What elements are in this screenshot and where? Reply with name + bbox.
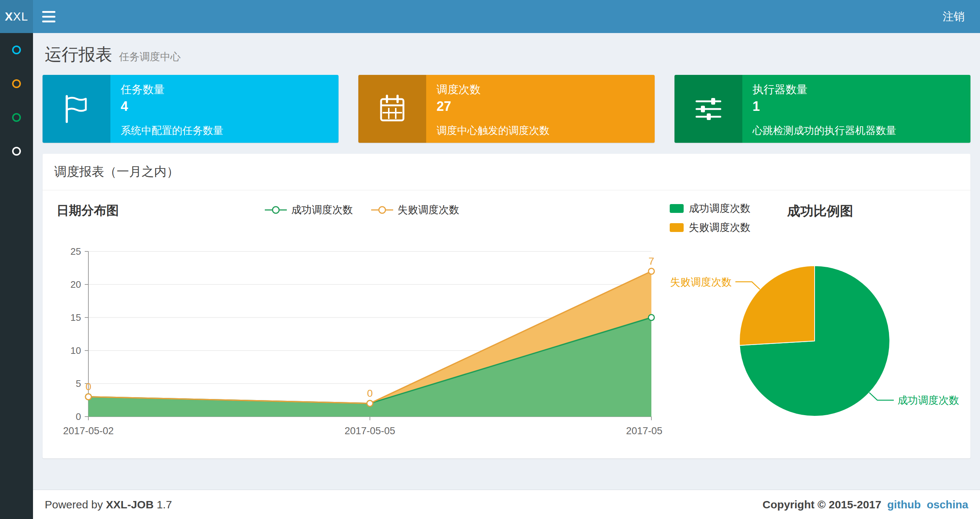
- pie-slice-label: 成功调度次数: [897, 394, 959, 406]
- powered-by: Powered by XXL-JOB 1.7: [45, 498, 172, 511]
- version: 1.7: [157, 498, 172, 511]
- sidebar-item-help[interactable]: [0, 134, 33, 168]
- pie-chart-canvas: 成功调度次数失败调度次数: [670, 235, 959, 440]
- legend-item-success[interactable]: 成功调度次数: [264, 203, 353, 217]
- success-data-point[interactable]: [648, 315, 654, 321]
- fail-point-label: 0: [86, 381, 91, 392]
- info-box-content: 任务数量 4 系统中配置的任务数量: [110, 75, 339, 143]
- circle-outline-icon: [12, 79, 21, 88]
- fail-data-point[interactable]: [86, 394, 91, 400]
- legend-label: 成功调度次数: [291, 203, 353, 217]
- y-tick-label: 5: [76, 378, 81, 389]
- y-tick-label: 20: [70, 279, 81, 290]
- legend-item-fail[interactable]: 失败调度次数: [670, 220, 750, 235]
- fail-data-point[interactable]: [648, 268, 654, 274]
- fail-point-label: 0: [367, 388, 373, 399]
- line-legend-marker: [264, 205, 288, 215]
- info-box-label: 任务数量: [121, 82, 328, 97]
- pie-chart-legend: 成功调度次数 失败调度次数: [670, 201, 750, 235]
- page-title: 运行报表: [45, 45, 112, 64]
- sidebar: [0, 33, 33, 519]
- info-box-description: 心跳检测成功的执行器机器数量: [752, 124, 960, 137]
- info-box-content: 执行器数量 1 心跳检测成功的执行器机器数量: [742, 75, 970, 143]
- y-tick-label: 25: [70, 246, 81, 257]
- info-box-description: 调度中心触发的调度次数: [436, 124, 644, 137]
- fail-data-point[interactable]: [367, 401, 373, 406]
- fail-point-label: 7: [648, 256, 654, 267]
- y-tick-label: 15: [70, 312, 81, 323]
- panel-title: 调度报表（一月之内）: [43, 154, 970, 190]
- main-content: 运行报表 任务调度中心 任务数量 4 系统中配置的任务数量: [33, 33, 980, 519]
- logo-text: XL: [13, 10, 28, 24]
- legend-label: 失败调度次数: [689, 220, 750, 235]
- legend-item-success[interactable]: 成功调度次数: [670, 201, 750, 216]
- brand-name: XXL-JOB: [106, 498, 154, 511]
- sliders-icon: [675, 75, 742, 143]
- x-tick-label: 2017-05-08: [626, 425, 662, 436]
- top-navbar: XXL 注销: [0, 0, 980, 33]
- info-box-executor-count: 执行器数量 1 心跳检测成功的执行器机器数量: [675, 75, 970, 143]
- info-box-row: 任务数量 4 系统中配置的任务数量 调度次数 27: [43, 75, 970, 143]
- info-box-description: 系统中配置的任务数量: [121, 124, 328, 137]
- success-ratio-chart: 成功调度次数 失败调度次数 成功比例图 成功调度次数失败调度次数: [670, 200, 959, 451]
- legend-swatch: [670, 204, 684, 213]
- legend-label: 失败调度次数: [398, 203, 459, 217]
- info-box-value: 4: [121, 99, 328, 114]
- circle-outline-icon: [12, 147, 21, 156]
- y-tick-label: 0: [76, 411, 81, 422]
- sidebar-item-job-log[interactable]: [0, 101, 33, 134]
- legend-item-fail[interactable]: 失败调度次数: [371, 203, 459, 217]
- x-tick-label: 2017-05-05: [344, 425, 395, 436]
- line-legend-marker: [371, 205, 394, 215]
- hamburger-menu-icon[interactable]: [33, 0, 65, 33]
- sidebar-item-job-manage[interactable]: [0, 67, 33, 101]
- page-header: 运行报表 任务调度中心: [43, 33, 970, 75]
- info-box-content: 调度次数 27 调度中心触发的调度次数: [426, 75, 654, 143]
- powered-by-prefix: Powered by: [45, 498, 103, 511]
- oschina-link[interactable]: oschina: [927, 498, 968, 511]
- github-link[interactable]: github: [887, 498, 921, 511]
- pie-label-line: [869, 393, 894, 401]
- pie-label-line: [735, 282, 760, 290]
- page-subtitle: 任务调度中心: [119, 51, 180, 62]
- legend-swatch: [670, 223, 684, 232]
- info-box-job-count: 任务数量 4 系统中配置的任务数量: [43, 75, 339, 143]
- line-chart-legend: 成功调度次数 失败调度次数: [264, 203, 459, 217]
- circle-outline-icon: [12, 113, 21, 122]
- pie-slice-label: 失败调度次数: [670, 276, 732, 288]
- info-box-label: 调度次数: [436, 82, 644, 97]
- app-logo[interactable]: XXL: [0, 0, 33, 33]
- sidebar-item-dashboard[interactable]: [0, 33, 33, 67]
- y-tick-label: 10: [70, 345, 81, 356]
- pie-slice[interactable]: [740, 266, 815, 345]
- info-box-value: 1: [752, 99, 960, 114]
- page-footer: Powered by XXL-JOB 1.7 Copyright © 2015-…: [33, 490, 980, 519]
- logo-text-bold: X: [5, 10, 13, 24]
- info-box-value: 27: [436, 99, 644, 114]
- info-box-label: 执行器数量: [752, 82, 960, 97]
- legend-label: 成功调度次数: [689, 201, 750, 216]
- flag-icon: [43, 75, 110, 143]
- schedule-report-panel: 调度报表（一月之内） 日期分布图 成功调度次数: [43, 154, 970, 458]
- calendar-icon: [358, 75, 426, 143]
- panel-body: 日期分布图 成功调度次数: [43, 190, 970, 458]
- x-tick-label: 2017-05-02: [63, 425, 114, 436]
- date-distribution-chart: 日期分布图 成功调度次数: [54, 200, 670, 451]
- circle-outline-icon: [12, 46, 21, 54]
- logout-link[interactable]: 注销: [927, 0, 980, 33]
- info-box-trigger-count: 调度次数 27 调度中心触发的调度次数: [358, 75, 654, 143]
- copyright: Copyright © 2015-2017: [762, 498, 881, 511]
- pie-chart-title: 成功比例图: [787, 202, 853, 220]
- line-chart-canvas: 05101520252017-05-022017-05-052017-05-08…: [54, 222, 662, 450]
